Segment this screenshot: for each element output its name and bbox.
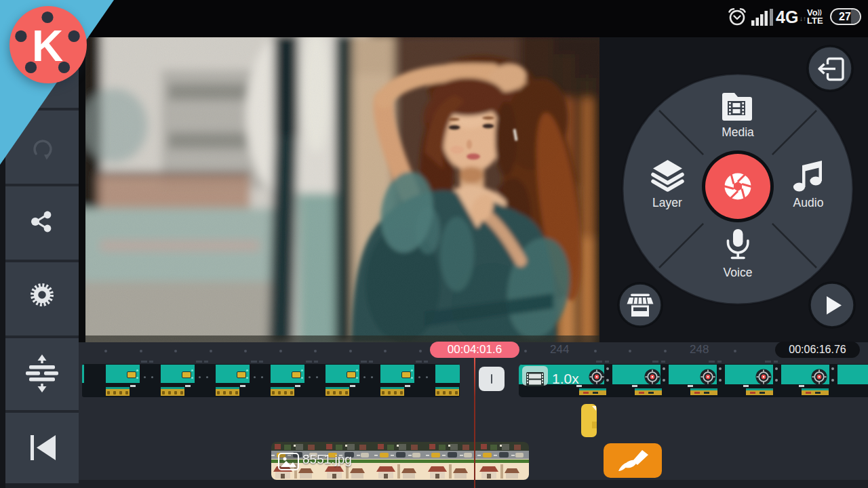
svg-text:Layer: Layer — [652, 196, 682, 209]
svg-text:Media: Media — [722, 125, 754, 139]
svg-text:Voice: Voice — [724, 266, 753, 279]
svg-text:Audio: Audio — [793, 196, 824, 209]
svg-text:K: K — [32, 22, 63, 70]
